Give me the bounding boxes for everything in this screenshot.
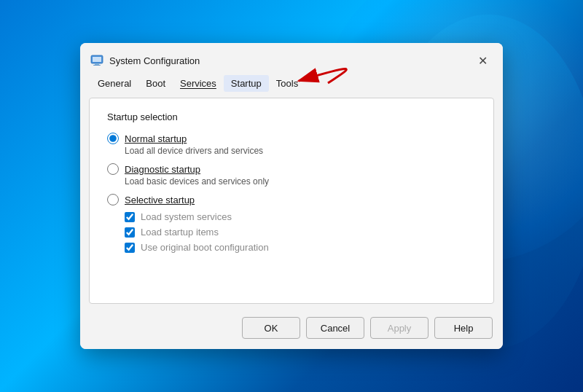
- section-title: Startup selection: [107, 111, 476, 122]
- normal-startup-option: Normal startup Load all device drivers a…: [107, 133, 476, 156]
- load-startup-items-row: Load startup items: [125, 227, 476, 238]
- ok-button[interactable]: OK: [242, 317, 300, 339]
- menu-item-boot[interactable]: Boot: [138, 75, 173, 92]
- selective-startup-radio[interactable]: [107, 194, 119, 205]
- footer: OK Cancel Apply Help: [80, 310, 503, 349]
- svg-rect-3: [93, 65, 101, 66]
- menu-bar: General Boot Services Startup Tools: [80, 71, 503, 92]
- selective-startup-option: Selective startup Load system services L…: [107, 194, 476, 253]
- diagnostic-startup-label[interactable]: Diagnostic startup: [125, 164, 200, 175]
- diagnostic-startup-desc: Load basic devices and services only: [125, 176, 476, 187]
- normal-startup-desc: Load all device drivers and services: [125, 146, 476, 156]
- normal-startup-label[interactable]: Normal startup: [125, 133, 187, 144]
- load-startup-items-label[interactable]: Load startup items: [141, 227, 219, 238]
- load-system-services-row: Load system services: [125, 211, 476, 222]
- radio-group: Normal startup Load all device drivers a…: [107, 133, 476, 260]
- apply-button[interactable]: Apply: [370, 317, 429, 339]
- menu-item-general[interactable]: General: [90, 75, 138, 92]
- system-config-icon: [90, 54, 103, 67]
- load-system-services-label[interactable]: Load system services: [141, 211, 232, 222]
- use-original-boot-checkbox[interactable]: [125, 243, 135, 253]
- use-original-boot-row: Use original boot configuration: [125, 242, 476, 253]
- use-original-boot-label[interactable]: Use original boot configuration: [141, 242, 269, 253]
- diagnostic-startup-option: Diagnostic startup Load basic devices an…: [107, 163, 476, 187]
- selective-sub-options: Load system services Load startup items …: [125, 211, 476, 253]
- normal-startup-radio[interactable]: [107, 133, 119, 144]
- diagnostic-startup-radio[interactable]: [107, 163, 119, 175]
- load-startup-items-checkbox[interactable]: [125, 227, 135, 238]
- help-button[interactable]: Help: [434, 317, 493, 339]
- svg-rect-1: [93, 57, 101, 62]
- dialog-title: System Configuration: [109, 55, 200, 66]
- close-button[interactable]: ✕: [472, 50, 493, 71]
- title-bar: System Configuration ✕: [80, 43, 503, 71]
- svg-rect-2: [95, 64, 99, 66]
- system-configuration-dialog: System Configuration ✕ General Boot Serv…: [80, 43, 503, 349]
- menu-item-tools[interactable]: Tools: [269, 75, 305, 92]
- content-area: Startup selection Normal startup Load al…: [89, 98, 494, 304]
- selective-startup-label[interactable]: Selective startup: [125, 195, 195, 205]
- cancel-button[interactable]: Cancel: [306, 317, 364, 339]
- menu-item-startup[interactable]: Startup: [224, 75, 269, 92]
- load-system-services-checkbox[interactable]: [125, 212, 135, 222]
- menu-item-services[interactable]: Services: [173, 75, 224, 92]
